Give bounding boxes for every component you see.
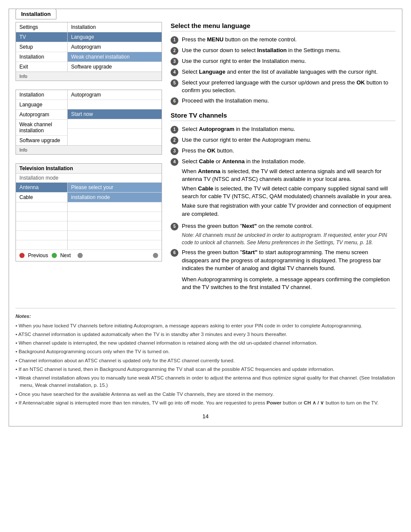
panel1-right-autoprogram[interactable]: Autoprogram xyxy=(68,42,162,52)
content-area: Settings TV Setup Installation Exit Inst… xyxy=(16,22,395,299)
step2-4-sub2: When Cable is selected, the TV will dete… xyxy=(182,185,395,200)
panel3-left-cable[interactable]: Cable xyxy=(16,193,67,202)
panel3-left-e1 xyxy=(16,202,67,212)
menu-panel-1-inner: Settings TV Setup Installation Exit Inst… xyxy=(16,22,162,72)
menu-panel-2-right: Autoprogram Start now xyxy=(68,90,162,145)
section2-title: Store TV channels xyxy=(171,112,395,121)
menu-panel-2-inner: Installation Language Autoprogram Weak c… xyxy=(16,90,162,145)
step2-5-note: Note: All channels must be unlocked in o… xyxy=(182,232,395,246)
step1-1-text: Press the MENU button on the remote cont… xyxy=(182,36,395,44)
panel3-left-e4 xyxy=(16,231,67,240)
panel3-left-e3 xyxy=(16,221,67,231)
step2-6: 6 Press the green button "Start" to star… xyxy=(171,249,395,293)
step2-3: 3 Press the OK button. xyxy=(171,147,395,155)
step2-4-text: Select Cable or Antenna in the Installat… xyxy=(182,158,305,165)
step1-2-text: Use the cursor down to select Installati… xyxy=(182,47,395,54)
step1-4-num: 4 xyxy=(171,68,178,76)
panel2-left-installation[interactable]: Installation xyxy=(16,90,67,100)
panel1-left-setup[interactable]: Setup xyxy=(16,42,67,52)
notes-item-9: • If Antenna/cable signal is interrupted… xyxy=(16,399,395,407)
step2-6-sub: When Autoprogramming is complete, a mess… xyxy=(182,276,395,291)
left-column: Settings TV Setup Installation Exit Inst… xyxy=(16,22,162,299)
step1-2: 2 Use the cursor down to select Installa… xyxy=(171,47,395,55)
menu-panel-2: Installation Language Autoprogram Weak c… xyxy=(16,90,162,155)
section1-steps: 1 Press the MENU button on the remote co… xyxy=(171,36,395,105)
installation-tab[interactable]: Installation xyxy=(16,9,56,19)
panel1-left-exit[interactable]: Exit xyxy=(16,62,67,72)
panel1-left-installation[interactable]: Installation xyxy=(16,52,67,62)
tv-install-right: Please select your installation mode xyxy=(68,183,162,250)
panel3-right-e2 xyxy=(68,212,162,221)
panel3-left-e2 xyxy=(16,212,67,221)
step2-4-sub3: Make sure that registration with your ca… xyxy=(182,202,395,218)
panel3-right-please: Please select your xyxy=(68,183,162,193)
tv-install-rows: Antenna Cable Please select your install… xyxy=(16,183,162,250)
panel3-right-install-mode: installation mode xyxy=(68,193,162,202)
menu-panel-1: Settings TV Setup Installation Exit Inst… xyxy=(16,22,162,81)
step1-3-num: 3 xyxy=(171,58,178,65)
step1-1: 1 Press the MENU button on the remote co… xyxy=(171,36,395,44)
step1-3: 3 Use the cursor right to enter the Inst… xyxy=(171,57,395,65)
panel2-right-empty2 xyxy=(68,119,162,129)
step2-6-num: 6 xyxy=(171,249,178,257)
notes-item-8: • Once you have searched for the availab… xyxy=(16,391,395,398)
panel2-left-software[interactable]: Software upgrade xyxy=(16,136,67,145)
notes-item-1: • When you have locked TV channels befor… xyxy=(16,322,395,330)
step2-4-sub1: When Antenna is selected, the TV will de… xyxy=(182,168,395,183)
step1-5: 5 Select your preferred language with th… xyxy=(171,79,395,94)
panel3-left-e5 xyxy=(16,240,67,250)
tv-install-panel: Television Installation Installation mod… xyxy=(16,163,162,261)
step2-2: 2 Use the cursor right to enter the Auto… xyxy=(171,136,395,144)
panel2-right-empty3 xyxy=(68,129,162,138)
panel3-left-antenna[interactable]: Antenna xyxy=(16,183,67,193)
step1-6-num: 6 xyxy=(171,97,178,105)
panel2-left-language[interactable]: Language xyxy=(16,100,67,110)
step2-3-num: 3 xyxy=(171,147,178,155)
panel3-right-e4 xyxy=(68,231,162,240)
step2-1-text: Select Autoprogram in the Installation m… xyxy=(182,125,395,133)
right-column: Select the menu language 1 Press the MEN… xyxy=(171,22,395,299)
step1-6-text: Proceed with the Installation menu. xyxy=(182,97,395,105)
panel2-right-autoprogram[interactable]: Autoprogram xyxy=(68,90,162,100)
panel2-right-startnow[interactable]: Start now xyxy=(68,109,162,119)
notes-item-7: • Weak channel installation allows you t… xyxy=(16,374,395,389)
panel3-right-e3 xyxy=(68,221,162,231)
panel2-left-autoprogram[interactable]: Autoprogram xyxy=(16,110,67,120)
tv-install-header: Television Installation xyxy=(16,164,162,174)
panel1-left-tv[interactable]: TV xyxy=(16,32,67,42)
tv-install-left: Antenna Cable xyxy=(16,183,68,250)
step2-4-num: 4 xyxy=(171,158,178,166)
step2-1: 1 Select Autoprogram in the Installation… xyxy=(171,125,395,134)
notes-item-5: • Channel information about an ATSC chan… xyxy=(16,357,395,364)
step2-5-num: 5 xyxy=(171,223,178,230)
notes-item-3: • When channel update is interrupted, th… xyxy=(16,339,395,347)
page-number: 14 xyxy=(16,413,395,420)
panel1-right-installation[interactable]: Installation xyxy=(68,22,162,32)
panel3-right-e1 xyxy=(68,202,162,212)
page-wrapper: Installation Settings TV Setup Installat… xyxy=(9,9,402,426)
notes-item-4: • Background Autoprogramming occurs only… xyxy=(16,348,395,355)
notes-section: Notes: • When you have locked TV channel… xyxy=(16,308,395,407)
menu-panel-1-left: Settings TV Setup Installation Exit xyxy=(16,22,68,72)
step1-6: 6 Proceed with the Installation menu. xyxy=(171,97,395,105)
step2-3-text: Press the OK button. xyxy=(182,147,395,155)
dot2 xyxy=(153,253,158,258)
panel2-right-empty1 xyxy=(68,100,162,109)
notes-item-6: • If an NTSC channel is tuned, then in B… xyxy=(16,366,395,373)
panel1-left-settings[interactable]: Settings xyxy=(16,22,67,32)
panel2-left-weak[interactable]: Weak channel installation xyxy=(16,120,67,136)
panel1-right-language[interactable]: Language xyxy=(68,32,162,42)
next-label[interactable]: Next xyxy=(60,252,71,258)
panel1-footer: Info xyxy=(16,72,162,81)
panel1-right-software[interactable]: Software upgrade xyxy=(68,62,162,72)
step2-2-num: 2 xyxy=(171,137,178,144)
step1-2-num: 2 xyxy=(171,47,178,55)
step2-1-num: 1 xyxy=(171,126,178,134)
panel1-right-weak[interactable]: Weak channel installation xyxy=(68,52,162,62)
nav-bar: Previous Next xyxy=(16,250,162,261)
section1-title: Select the menu language xyxy=(171,22,395,31)
previous-label[interactable]: Previous xyxy=(28,252,48,258)
step1-5-text: Select your preferred language with the … xyxy=(182,79,395,94)
panel3-right-e5 xyxy=(68,240,162,250)
step1-5-num: 5 xyxy=(171,79,178,87)
